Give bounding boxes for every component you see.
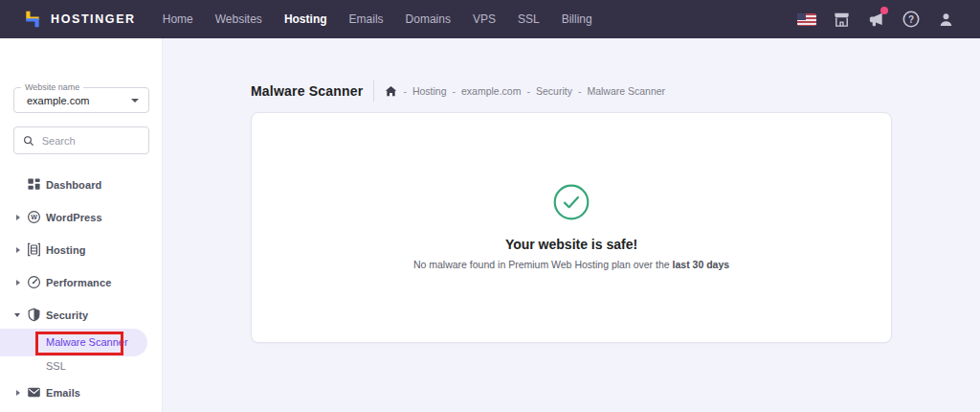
top-navigation-bar: HOSTINGER Home Websites Hosting Emails D… <box>0 0 980 38</box>
sidebar-item-label: Dashboard <box>46 179 101 191</box>
page-title: Malware Scanner <box>251 83 363 99</box>
nav-domains[interactable]: Domains <box>406 12 451 26</box>
hostinger-logo[interactable]: HOSTINGER <box>23 10 136 29</box>
main-content: Malware Scanner - Hosting - example.com … <box>163 38 980 412</box>
chevron-right-icon <box>16 247 20 253</box>
svg-text:?: ? <box>908 14 914 25</box>
notification-badge <box>880 7 888 14</box>
sidebar-item-label: Performance <box>46 277 111 288</box>
breadcrumb-item-current: Malware Scanner <box>587 85 665 97</box>
svg-text:W: W <box>31 214 37 220</box>
nav-vps[interactable]: VPS <box>473 12 496 26</box>
brand-name: HOSTINGER <box>51 12 136 26</box>
search-box[interactable] <box>13 126 149 154</box>
nav-billing[interactable]: Billing <box>562 12 592 26</box>
breadcrumb-separator: - <box>578 85 582 97</box>
search-icon <box>23 134 34 148</box>
sidebar-item-label: Security <box>46 309 88 321</box>
announcements-megaphone-icon[interactable] <box>867 11 885 29</box>
security-shield-icon <box>27 308 41 326</box>
breadcrumb-separator: - <box>403 85 407 97</box>
nav-hosting[interactable]: Hosting <box>284 12 327 26</box>
chevron-right-icon <box>16 390 20 396</box>
sidebar-item-label: Hosting <box>46 244 86 256</box>
breadcrumb-item[interactable]: Security <box>536 85 572 97</box>
dashboard-icon <box>27 177 41 195</box>
status-message: No malware found in Premium Web Hosting … <box>252 259 891 270</box>
sidebar-item-label: Emails <box>46 387 80 399</box>
nav-emails[interactable]: Emails <box>349 12 384 26</box>
website-select-value: example.com <box>27 95 89 106</box>
nav-home[interactable]: Home <box>163 12 193 26</box>
hostinger-logo-icon <box>23 10 42 29</box>
sidebar-item-label: WordPress <box>46 212 102 223</box>
nav-websites[interactable]: Websites <box>215 12 262 26</box>
sidebar-item-performance[interactable]: Performance <box>0 271 163 294</box>
sidebar-item-hosting[interactable]: Hosting <box>0 239 163 262</box>
hosting-icon <box>27 242 41 261</box>
breadcrumb-separator: - <box>526 85 530 97</box>
sidebar-item-ssl[interactable]: SSL <box>0 355 163 378</box>
wordpress-icon: W <box>27 210 41 228</box>
chevron-down-icon <box>131 99 139 103</box>
status-message-bold: last 30 days <box>673 259 730 270</box>
topbar-actions: ? <box>797 10 955 29</box>
sidebar-item-dashboard[interactable]: Dashboard <box>0 173 163 196</box>
profile-icon[interactable] <box>937 11 955 29</box>
language-us-flag-icon[interactable] <box>797 13 816 26</box>
breadcrumb-item[interactable]: Hosting <box>412 85 447 97</box>
website-select[interactable]: Website name example.com <box>13 87 149 113</box>
sidebar: Website name example.com Dashboard W <box>0 38 163 412</box>
breadcrumb-item[interactable]: example.com <box>461 85 521 97</box>
help-icon[interactable]: ? <box>902 10 921 29</box>
check-circle-icon <box>553 184 590 220</box>
status-heading: Your website is safe! <box>252 237 891 252</box>
page-header: Malware Scanner - Hosting - example.com … <box>251 80 665 102</box>
chevron-right-icon <box>16 280 20 286</box>
sidebar-item-label: SSL <box>46 360 66 372</box>
breadcrumb: - Hosting - example.com - Security - Mal… <box>385 85 665 98</box>
top-nav: Home Websites Hosting Emails Domains VPS… <box>163 12 592 26</box>
breadcrumb-separator: - <box>453 85 457 97</box>
search-input[interactable] <box>42 135 140 147</box>
performance-gauge-icon <box>27 275 41 293</box>
sidebar-item-malware-scanner[interactable]: Malware Scanner <box>0 329 147 356</box>
website-select-label: Website name <box>21 82 83 92</box>
divider <box>373 80 374 102</box>
sidebar-item-wordpress[interactable]: W WordPress <box>0 206 163 229</box>
home-icon[interactable] <box>385 85 397 98</box>
sidebar-item-label: Malware Scanner <box>46 336 128 348</box>
store-icon[interactable] <box>833 11 851 29</box>
sidebar-item-security[interactable]: Security <box>0 304 163 327</box>
sidebar-item-emails[interactable]: Emails <box>0 381 163 404</box>
chevron-down-icon <box>14 313 20 317</box>
chevron-right-icon <box>16 215 20 220</box>
nav-ssl[interactable]: SSL <box>518 12 540 26</box>
emails-envelope-icon <box>27 385 41 403</box>
status-message-text: No malware found in Premium Web Hosting … <box>413 259 673 270</box>
malware-status-card: Your website is safe! No malware found i… <box>251 112 892 343</box>
